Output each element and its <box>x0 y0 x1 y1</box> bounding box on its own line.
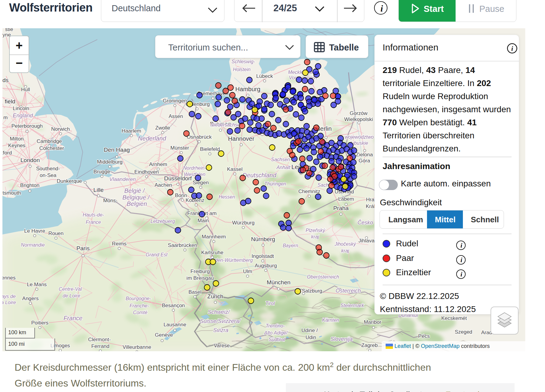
svg-text:Main: Main <box>198 218 209 224</box>
svg-text:Freiburg: Freiburg <box>190 269 210 274</box>
svg-text:Österreich: Österreich <box>335 288 361 294</box>
svg-text:France: France <box>86 220 101 225</box>
svg-text:Udine /: Udine / <box>301 328 318 333</box>
svg-text:France: France <box>64 315 82 321</box>
svg-text:Jihočeský: Jihočeský <box>334 241 356 247</box>
svg-text:Trentino-: Trentino- <box>266 323 285 328</box>
svg-text:Augsburg: Augsburg <box>255 263 277 269</box>
svg-text:Eindhoven: Eindhoven <box>134 169 159 175</box>
svg-text:Ulm: Ulm <box>243 269 252 274</box>
svg-text:Normandie: Normandie <box>21 242 45 248</box>
svg-text:ds: ds <box>2 77 9 83</box>
svg-text:województwo: województwo <box>345 134 373 140</box>
svg-text:Nordrhein-: Nordrhein- <box>183 165 206 171</box>
svg-text:Besançon: Besançon <box>162 303 185 308</box>
svg-text:Hamburg: Hamburg <box>235 86 260 92</box>
svg-text:Varese: Varese <box>214 343 230 349</box>
svg-text:field: field <box>5 98 16 105</box>
svg-text:Zagreb: Zagreb <box>361 342 378 348</box>
svg-text:xford: xford <box>2 150 12 156</box>
svg-text:Belgique /: Belgique / <box>123 194 150 201</box>
svg-text:Kecskemét: Kecskemét <box>441 315 467 321</box>
svg-text:Szeged: Szeged <box>455 329 472 335</box>
svg-text:Wielkopolski: Wielkopolski <box>344 116 373 122</box>
svg-text:Niedersachsen: Niedersachsen <box>210 122 243 127</box>
svg-text:Steiermark: Steiermark <box>340 303 364 308</box>
svg-text:Schleswig-: Schleswig- <box>231 59 255 64</box>
svg-text:Nederland: Nederland <box>138 135 166 142</box>
svg-text:im Breisgau: im Breisgau <box>186 275 214 281</box>
svg-text:Grand Est: Grand Est <box>146 252 168 257</box>
svg-text:Česko: Česko <box>357 219 373 226</box>
svg-text:de Loire: de Loire <box>63 293 80 298</box>
svg-text:Zielona: Zielona <box>356 152 373 158</box>
svg-text:Pécs: Pécs <box>418 333 430 339</box>
svg-text:Schweiz/: Schweiz/ <box>208 309 230 315</box>
svg-text:Lincoln: Lincoln <box>13 106 29 111</box>
svg-text:Anhalt: Anhalt <box>276 165 290 170</box>
svg-text:Comté: Comté <box>133 310 147 315</box>
svg-text:Milton: Milton <box>10 136 23 142</box>
svg-text:Lëtzebuerg: Lëtzebuerg <box>151 219 175 224</box>
svg-text:Assen: Assen <box>168 113 183 119</box>
svg-text:Südtirol: Südtirol <box>269 337 285 342</box>
svg-text:Oberösterreich: Oberösterreich <box>307 274 339 279</box>
svg-text:Reims: Reims <box>112 241 127 247</box>
svg-text:Alto Adige/: Alto Adige/ <box>264 330 288 335</box>
svg-text:Dunkerque: Dunkerque <box>57 178 82 184</box>
svg-text:Würzburg: Würzburg <box>232 220 255 226</box>
svg-text:Tirol: Tirol <box>266 301 275 306</box>
svg-text:Poitiers: Poitiers <box>31 320 49 326</box>
svg-text:on-Sea: on-Sea <box>40 172 57 178</box>
svg-text:Angers: Angers <box>22 296 39 301</box>
svg-text:Den Haag: Den Haag <box>104 147 130 153</box>
svg-text:Góra: Góra <box>359 158 370 164</box>
svg-text:Suisse/Svizzera/: Suisse/Svizzera/ <box>200 318 241 324</box>
svg-text:Peterborough: Peterborough <box>11 123 43 129</box>
svg-text:Bonn: Bonn <box>175 193 187 198</box>
svg-text:Lübeck: Lübeck <box>256 73 273 79</box>
svg-text:Thüringen: Thüringen <box>264 181 286 186</box>
svg-text:rtsmouth: rtsmouth <box>2 190 21 196</box>
svg-text:Clermont-: Clermont- <box>88 337 111 342</box>
svg-text:Udin: Udin <box>306 335 316 340</box>
svg-text:Hauts-de-: Hauts-de- <box>83 212 104 217</box>
svg-text:Hull: Hull <box>21 87 30 92</box>
svg-text:Chemnitz: Chemnitz <box>298 189 320 194</box>
svg-text:Holstein: Holstein <box>233 67 251 72</box>
svg-text:Cambridge: Cambridge <box>36 138 62 144</box>
svg-text:Centre-Val: Centre-Val <box>59 286 82 292</box>
svg-text:i: i <box>511 45 513 52</box>
svg-text:Ingolstadt: Ingolstadt <box>252 253 274 259</box>
svg-text:a Loire: a Loire <box>2 300 16 305</box>
svg-text:Zwolle: Zwolle <box>155 125 170 131</box>
svg-text:Norwich: Norwich <box>51 126 70 132</box>
svg-text:Lille: Lille <box>93 187 104 193</box>
svg-text:Middelburg: Middelburg <box>97 159 123 165</box>
svg-text:Villeurbanne: Villeurbanne <box>123 344 151 350</box>
svg-text:Deutschland: Deutschland <box>242 172 276 179</box>
svg-text:Ferrand: Ferrand <box>91 343 109 349</box>
svg-text:Plzeňský: Plzeňský <box>306 228 325 233</box>
svg-text:München: München <box>267 279 290 286</box>
svg-text:Le Mans: Le Mans <box>27 282 47 287</box>
svg-text:Colchester: Colchester <box>39 145 64 151</box>
svg-text:Rouen: Rouen <box>48 231 64 236</box>
svg-text:Belgien: Belgien <box>127 200 147 207</box>
svg-text:ennes: ennes <box>2 275 16 281</box>
svg-text:Hannover: Hannover <box>228 135 255 142</box>
svg-text:Groningen: Groningen <box>163 98 187 104</box>
svg-text:Siegen: Siegen <box>193 180 209 186</box>
svg-text:Bielefeld: Bielefeld <box>200 146 220 152</box>
svg-text:Basel: Basel <box>189 289 202 295</box>
svg-text:London: London <box>20 157 40 163</box>
svg-text:Brugge: Brugge <box>94 169 110 175</box>
svg-text:Gorzów: Gorzów <box>350 110 368 116</box>
svg-text:Hessen: Hessen <box>219 194 235 199</box>
svg-text:Osnabrück: Osnabrück <box>187 134 212 140</box>
svg-text:Slovenija: Slovenija <box>330 336 352 342</box>
svg-text:Nürnberg: Nürnberg <box>251 236 275 242</box>
svg-text:kraj: kraj <box>311 234 319 239</box>
svg-text:Paris: Paris <box>76 245 89 252</box>
svg-text:Le Havre: Le Havre <box>24 228 45 234</box>
